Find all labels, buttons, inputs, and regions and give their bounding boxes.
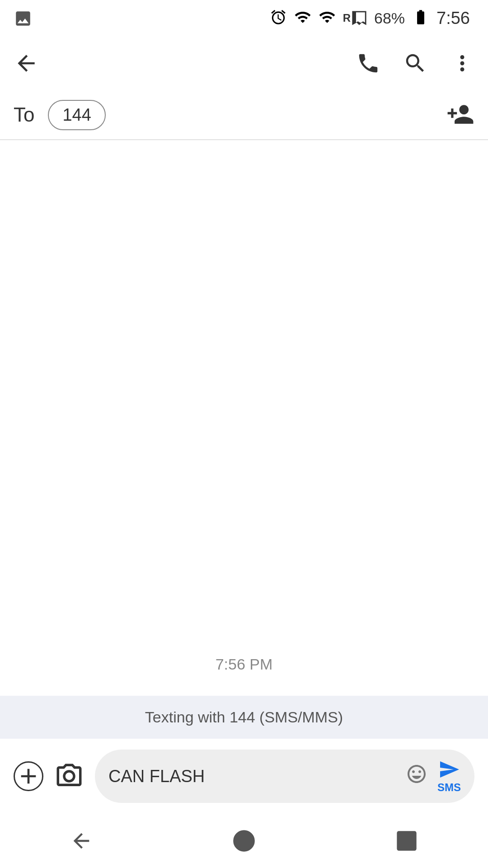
send-button[interactable]: SMS xyxy=(437,759,461,794)
more-options-button[interactable] xyxy=(450,51,474,75)
texting-info-text: Texting with 144 (SMS/MMS) xyxy=(145,708,343,726)
toolbar xyxy=(0,36,488,90)
notification-icon xyxy=(14,9,33,30)
texting-info-bar: Texting with 144 (SMS/MMS) xyxy=(0,696,488,739)
nav-bar xyxy=(0,814,488,868)
gallery-button[interactable] xyxy=(54,761,84,791)
wifi-icon xyxy=(294,9,311,28)
input-area: SMS xyxy=(0,739,488,814)
to-label: To xyxy=(14,104,34,126)
svg-point-0 xyxy=(234,831,253,850)
svg-rect-1 xyxy=(398,832,416,850)
add-button[interactable] xyxy=(14,761,43,791)
message-timestamp: 7:56 PM xyxy=(216,656,273,673)
signal-icon xyxy=(319,9,336,28)
status-time: 7:56 xyxy=(436,9,470,28)
phone-button[interactable] xyxy=(356,51,380,75)
add-contact-button[interactable] xyxy=(446,100,474,130)
nav-back-button[interactable] xyxy=(70,829,93,853)
message-area: 7:56 PM xyxy=(0,140,488,696)
message-input[interactable] xyxy=(108,767,399,786)
battery-percent: 68% xyxy=(374,9,405,27)
roaming-icon: R xyxy=(343,9,367,27)
send-label: SMS xyxy=(437,781,461,794)
recipient-chip[interactable]: 144 xyxy=(48,100,105,130)
search-button[interactable] xyxy=(403,51,427,75)
message-input-wrapper: SMS xyxy=(95,750,474,803)
emoji-button[interactable] xyxy=(406,763,427,789)
alarm-icon xyxy=(270,9,287,28)
back-button[interactable] xyxy=(14,51,39,76)
nav-recent-button[interactable] xyxy=(395,829,418,853)
to-field: To 144 xyxy=(0,90,488,140)
battery-icon xyxy=(412,9,429,28)
nav-home-button[interactable] xyxy=(232,829,256,853)
status-icons: R 68% 7:56 xyxy=(270,9,470,28)
status-bar: R 68% 7:56 xyxy=(0,0,488,36)
